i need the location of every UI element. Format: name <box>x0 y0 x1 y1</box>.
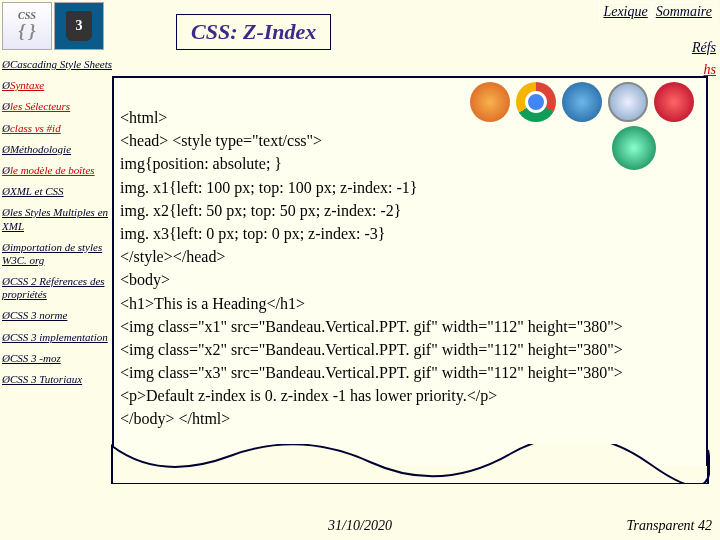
css-braces: { } <box>18 21 35 42</box>
page-title-box: CSS: Z-Index <box>176 14 331 50</box>
content-panel: <html> <head> <style type="text/css"> im… <box>112 76 708 466</box>
arrow-icon: Ø <box>2 331 10 343</box>
sidebar-item-label: Syntaxe <box>10 79 44 91</box>
code-line: img{position: absolute; } <box>120 155 282 172</box>
code-line: </style></head> <box>120 248 225 265</box>
code-line: <img class="x2" src="Bandeau.Vertical.PP… <box>120 341 623 358</box>
arrow-icon: Ø <box>2 100 10 112</box>
arrow-icon: Ø <box>2 241 10 253</box>
footer-date: 31/10/2020 <box>328 518 392 534</box>
sidebar-item[interactable]: ØXML et CSS <box>2 185 114 198</box>
arrow-icon: Ø <box>2 185 10 197</box>
sidebar-item[interactable]: ØCSS 3 implementation <box>2 331 114 344</box>
code-line: </body> </html> <box>120 410 230 427</box>
opera-icon <box>654 82 694 122</box>
code-line: img. x2{left: 50 px; top: 50 px; z-index… <box>120 202 402 219</box>
code-line: <head> <style type="text/css"> <box>120 132 322 149</box>
sidebar-item[interactable]: ØSyntaxe <box>2 79 114 92</box>
top-links: Lexique Sommaire <box>599 2 716 22</box>
sidebar-item-label: Cascading Style Sheets <box>10 58 112 70</box>
sidebar-item[interactable]: Øle modèle de boîtes <box>2 164 114 177</box>
sidebar-item-label: CSS 2 Références des propriétés <box>2 275 105 300</box>
code-line: <body> <box>120 271 170 288</box>
sidebar-item[interactable]: Øles Styles Multiples en XML <box>2 206 114 232</box>
sidebar-item-label: les Styles Multiples en XML <box>2 206 108 231</box>
sidebar-item-label: CSS 3 Tutoriaux <box>10 373 82 385</box>
code-block: <html> <head> <style type="text/css"> im… <box>120 106 623 431</box>
link-lexique[interactable]: Lexique <box>599 2 651 22</box>
arrow-icon: Ø <box>2 58 10 70</box>
page-title: CSS: Z-Index <box>191 19 316 44</box>
sidebar-item-label: CSS 3 implementation <box>10 331 108 343</box>
code-line: img. x1{left: 100 px; top: 100 px; z-ind… <box>120 179 418 196</box>
wave-border <box>110 444 710 484</box>
arrow-icon: Ø <box>2 143 10 155</box>
sidebar-item-label: CSS 3 -moz <box>10 352 61 364</box>
link-sommaire[interactable]: Sommaire <box>652 2 716 22</box>
arrow-icon: Ø <box>2 206 10 218</box>
sidebar-item[interactable]: ØCascading Style Sheets <box>2 58 114 71</box>
code-line: img. x3{left: 0 px; top: 0 px; z-index: … <box>120 225 386 242</box>
arrow-icon: Ø <box>2 309 10 321</box>
arrow-icon: Ø <box>2 122 10 134</box>
code-line: <p>Default z-index is 0. z-index -1 has … <box>120 387 497 404</box>
sidebar-item[interactable]: Øimportation de styles W3C. org <box>2 241 114 267</box>
arrow-icon: Ø <box>2 275 10 287</box>
logo-block: CSS { } 3 <box>0 0 106 52</box>
sidebar-item-label: les Sélecteurs <box>10 100 70 112</box>
link-refs[interactable]: Réfs <box>692 40 716 56</box>
sidebar-item-label: class vs #id <box>10 122 61 134</box>
code-line: <html> <box>120 109 167 126</box>
sidebar-item[interactable]: ØCSS 3 -moz <box>2 352 114 365</box>
sidebar-item[interactable]: Øclass vs #id <box>2 122 114 135</box>
sidebar-item-label: XML et CSS <box>10 185 64 197</box>
sidebar-item[interactable]: Øles Sélecteurs <box>2 100 114 113</box>
sidebar-item-label: Méthodologie <box>10 143 71 155</box>
sidebar-item[interactable]: ØCSS 3 Tutoriaux <box>2 373 114 386</box>
footer-page: Transparent 42 <box>627 518 712 534</box>
arrow-icon: Ø <box>2 352 10 364</box>
sidebar-item[interactable]: ØCSS 2 Références des propriétés <box>2 275 114 301</box>
sidebar-item-label: CSS 3 norme <box>10 309 67 321</box>
sidebar: ØCascading Style Sheets ØSyntaxe Øles Sé… <box>2 58 114 394</box>
css-logo: CSS { } <box>2 2 52 50</box>
sidebar-item-label: importation de styles W3C. org <box>2 241 102 266</box>
code-line: <img class="x1" src="Bandeau.Vertical.PP… <box>120 318 623 335</box>
arrow-icon: Ø <box>2 164 10 176</box>
code-line: <img class="x3" src="Bandeau.Vertical.PP… <box>120 364 623 381</box>
sidebar-item[interactable]: ØCSS 3 norme <box>2 309 114 322</box>
sidebar-item-label: le modèle de boîtes <box>10 164 95 176</box>
code-line: <h1>This is a Heading</h1> <box>120 295 305 312</box>
sidebar-item[interactable]: ØMéthodologie <box>2 143 114 156</box>
arrow-icon: Ø <box>2 373 10 385</box>
css3-shield: 3 <box>66 11 92 41</box>
arrow-icon: Ø <box>2 79 10 91</box>
css3-logo: 3 <box>54 2 104 50</box>
css-logo-text: CSS <box>18 10 36 21</box>
